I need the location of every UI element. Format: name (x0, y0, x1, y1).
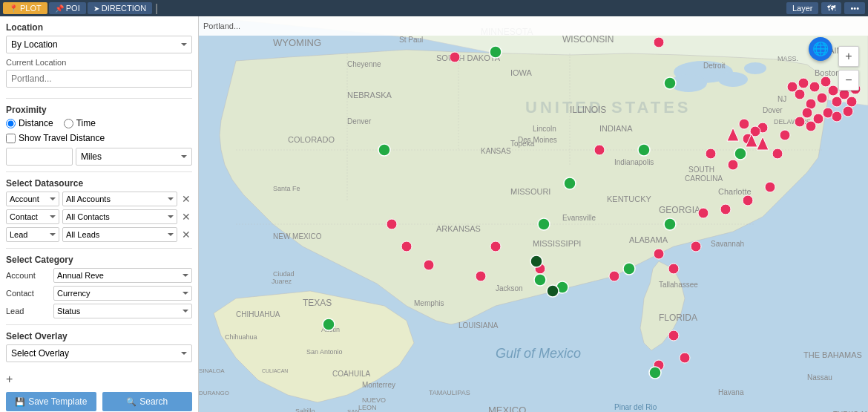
svg-text:Chihuahua: Chihuahua (225, 333, 257, 341)
svg-point-79 (809, 82, 820, 92)
ds-filter-select-1[interactable]: All Contacts (62, 209, 177, 224)
unit-select[interactable]: Miles Kilometers (76, 148, 192, 166)
svg-point-102 (739, 119, 749, 129)
svg-text:Santa Fe: Santa Fe (273, 185, 300, 192)
globe-button[interactable]: 🌐 (809, 37, 832, 61)
svg-text:Saltillo: Saltillo (295, 408, 315, 412)
current-location-input[interactable] (6, 70, 192, 88)
svg-point-125 (654, 37, 664, 48)
svg-text:UNITED STATES: UNITED STATES (525, 98, 691, 117)
save-template-button[interactable]: 💾 Save Template (6, 392, 96, 411)
zoom-in-button[interactable]: + (838, 46, 859, 67)
svg-text:MISSISSIPPI: MISSISSIPPI (533, 239, 581, 248)
svg-point-124 (450, 52, 460, 62)
overlay-select[interactable]: Select Overlay (6, 344, 192, 362)
svg-point-116 (680, 353, 690, 363)
time-radio[interactable] (64, 119, 73, 128)
ds-remove-2[interactable]: ✕ (180, 229, 192, 240)
svg-point-127 (664, 77, 676, 89)
svg-text:THE BAHAMAS: THE BAHAMAS (803, 350, 862, 359)
svg-point-138 (378, 144, 390, 156)
divider-4 (6, 324, 192, 325)
search-button[interactable]: 🔍 Search (102, 392, 193, 411)
svg-point-110 (698, 208, 708, 218)
svg-point-108 (743, 195, 753, 206)
cat-select-1[interactable]: Currency (53, 286, 192, 301)
map-location-text: Portland... (203, 22, 240, 30)
cat-label-1: Contact (6, 287, 50, 300)
zoom-out-button[interactable]: − (838, 70, 859, 91)
svg-text:MISSOURI: MISSOURI (510, 187, 550, 196)
svg-point-106 (706, 148, 716, 159)
proximity-section: Proximity Distance Time Show Travel Dist… (6, 105, 192, 166)
map-area[interactable]: Gulf of Mexico UNITED STATES WYOMING NEB… (199, 16, 868, 412)
location-select[interactable]: By Location (6, 36, 192, 53)
datasource-section: Select Datasource AccountContactLead All… (6, 178, 192, 242)
ds-type-select-2[interactable]: LeadAccountContact (6, 227, 59, 242)
cat-select-0[interactable]: Annual Reve (53, 268, 192, 283)
svg-point-82 (817, 93, 827, 103)
cat-select-2[interactable]: Status (53, 304, 192, 318)
datasource-row-1: ContactAccountLead All Contacts ✕ (6, 209, 192, 224)
svg-point-97 (795, 117, 805, 127)
svg-text:Monterrey: Monterrey (362, 381, 395, 389)
ds-remove-1[interactable]: ✕ (180, 212, 192, 222)
layer-button[interactable]: Layer (786, 2, 819, 14)
distance-radio[interactable] (6, 119, 16, 128)
category-row-1: Contact Currency (6, 286, 192, 301)
more-button[interactable]: ••• (844, 2, 865, 14)
direction-button[interactable]: ➤ DIRECTION (88, 2, 153, 14)
svg-point-99 (780, 130, 790, 140)
svg-text:Gulf of Mexico: Gulf of Mexico (496, 346, 581, 361)
proximity-radio-group: Distance Time (6, 118, 192, 128)
distance-radio-label[interactable]: Distance (6, 118, 53, 128)
svg-text:MASS.: MASS. (777, 55, 798, 62)
svg-text:SINALOA: SINALOA (199, 367, 225, 374)
svg-text:DURANGO: DURANGO (199, 390, 229, 396)
show-travel-checkbox-label[interactable]: Show Travel Distance (6, 133, 192, 143)
svg-text:GEORGIA: GEORGIA (659, 205, 700, 215)
show-travel-checkbox[interactable] (6, 134, 16, 143)
svg-text:WISCONSIN: WISCONSIN (562, 34, 614, 45)
view-button[interactable]: 🗺 (821, 2, 841, 14)
ds-remove-0[interactable]: ✕ (180, 194, 192, 204)
add-button[interactable]: + (6, 373, 13, 386)
current-location-label: Current Location (6, 58, 192, 67)
distance-input[interactable] (6, 148, 73, 166)
ds-type-select-1[interactable]: ContactAccountLead (6, 209, 59, 224)
poi-button[interactable]: 📌 POI (49, 2, 86, 14)
svg-text:CAROLINA: CAROLINA (685, 174, 723, 183)
svg-text:COAHUILA: COAHUILA (332, 370, 370, 378)
map-svg: Gulf of Mexico UNITED STATES WYOMING NEB… (199, 16, 868, 412)
svg-text:NEW MEXICO: NEW MEXICO (273, 232, 322, 241)
svg-point-131 (534, 274, 546, 286)
category-title: Select Category (6, 255, 192, 265)
svg-text:LOUISIANA: LOUISIANA (458, 321, 499, 330)
ds-filter-select-2[interactable]: All Leads (62, 227, 177, 242)
direction-label: DIRECTION (102, 4, 147, 13)
svg-text:San Antonio: San Antonio (306, 348, 343, 356)
ds-type-select-0[interactable]: AccountContactLead (6, 192, 59, 206)
svg-point-119 (490, 241, 501, 252)
svg-text:Charlotte: Charlotte (718, 187, 752, 196)
svg-point-112 (654, 249, 664, 259)
plot-button[interactable]: 📍 PLOT (3, 2, 47, 14)
divider-2 (6, 171, 192, 172)
svg-point-98 (806, 121, 816, 131)
category-row-0: Account Annual Reve (6, 268, 192, 283)
svg-text:Indianapolis: Indianapolis (614, 158, 654, 166)
time-radio-label[interactable]: Time (64, 118, 96, 128)
svg-text:Boston: Boston (815, 68, 840, 77)
svg-text:ALABAMA: ALABAMA (629, 235, 668, 244)
ds-filter-select-0[interactable]: All Accounts (62, 192, 177, 206)
cat-label-0: Account (6, 269, 50, 282)
svg-text:Cheyenne: Cheyenne (347, 60, 381, 68)
svg-text:INDIANA: INDIANA (599, 124, 633, 133)
save-template-label: Save Template (28, 396, 87, 407)
svg-text:St Paul: St Paul (399, 36, 423, 44)
svg-text:Pinar del Rio: Pinar del Rio (614, 403, 657, 411)
svg-text:FLORIDA: FLORIDA (659, 313, 697, 323)
svg-point-111 (668, 264, 679, 274)
overlay-title: Select Overlay (6, 331, 192, 341)
divider-3 (6, 248, 192, 249)
